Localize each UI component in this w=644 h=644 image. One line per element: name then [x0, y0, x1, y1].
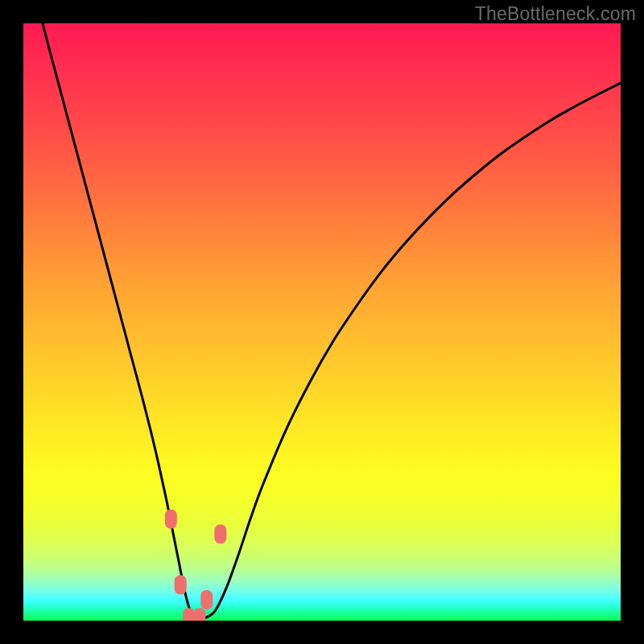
attribution-text: TheBottleneck.com	[475, 3, 636, 25]
curve-marker	[175, 575, 187, 594]
curve-marker	[214, 524, 226, 543]
curve-marker	[193, 608, 205, 621]
plot-area	[23, 23, 621, 621]
chart-frame: TheBottleneck.com	[0, 0, 644, 644]
curve-layer	[23, 23, 621, 621]
bottleneck-curve	[35, 23, 621, 620]
curve-marker	[200, 590, 213, 609]
curve-marker	[165, 510, 177, 529]
curve-marker	[183, 608, 195, 621]
